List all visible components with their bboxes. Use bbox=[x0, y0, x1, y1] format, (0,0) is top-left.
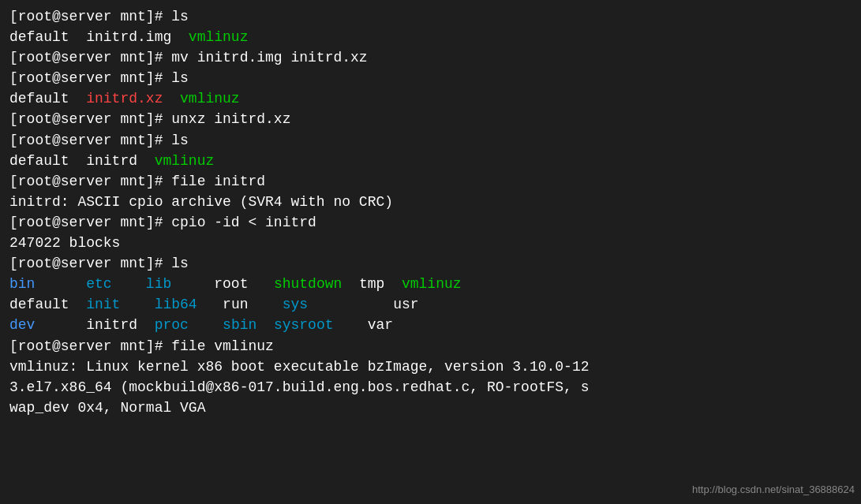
line-13: [root@server mnt]# ls bbox=[9, 253, 852, 274]
line-8: default initrd vmlinuz bbox=[9, 151, 852, 171]
line-10: initrd: ASCII cpio archive (SVR4 with no… bbox=[9, 192, 852, 212]
line-11: [root@server mnt]# cpio -id < initrd bbox=[9, 212, 852, 233]
line-18: vmlinuz: Linux kernel x86 boot executabl… bbox=[9, 357, 852, 377]
line-3: [root@server mnt]# mv initrd.img initrd.… bbox=[9, 47, 852, 68]
line-2: default initrd.img vmlinuz bbox=[9, 27, 852, 47]
watermark: http://blog.csdn.net/sinat_36888624 bbox=[692, 483, 855, 498]
line-16: dev initrd proc sbin sysroot var bbox=[9, 315, 852, 335]
line-6: [root@server mnt]# unxz initrd.xz bbox=[9, 109, 852, 129]
terminal-window: [root@server mnt]# ls default initrd.img… bbox=[0, 0, 861, 504]
line-7: [root@server mnt]# ls bbox=[9, 130, 852, 151]
line-14: bin etc lib root shutdown tmp vmlinuz bbox=[9, 274, 852, 294]
line-17: [root@server mnt]# file vmlinuz bbox=[9, 336, 852, 357]
line-4: [root@server mnt]# ls bbox=[9, 68, 852, 88]
line-1: [root@server mnt]# ls bbox=[9, 6, 852, 27]
line-20: wap_dev 0x4, Normal VGA bbox=[9, 398, 852, 418]
line-12: 247022 blocks bbox=[9, 233, 852, 253]
line-15: default init lib64 run sys usr bbox=[9, 294, 852, 315]
terminal-output: [root@server mnt]# ls default initrd.img… bbox=[9, 6, 852, 418]
line-19: 3.el7.x86_64 (mockbuild@x86-017.build.en… bbox=[9, 377, 852, 398]
line-9: [root@server mnt]# file initrd bbox=[9, 171, 852, 192]
line-5: default initrd.xz vmlinuz bbox=[9, 88, 852, 109]
